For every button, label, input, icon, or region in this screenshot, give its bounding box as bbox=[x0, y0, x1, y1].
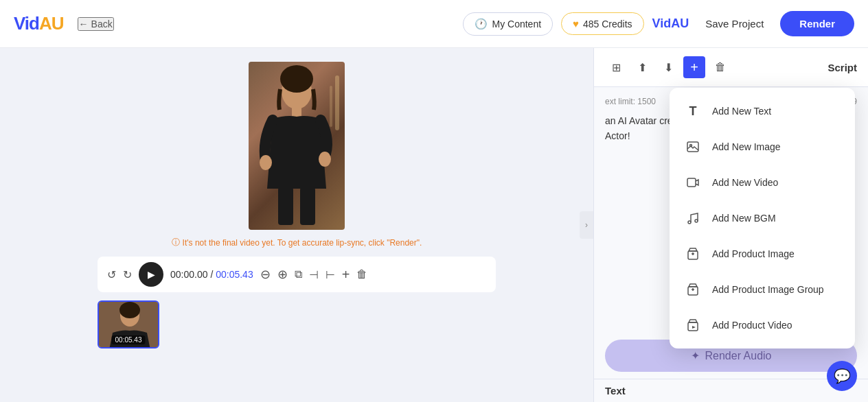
split-right-button[interactable]: ⊢ bbox=[326, 268, 335, 281]
header: VidAU ← Back 🕐 My Content ♥ 485 Credits … bbox=[0, 0, 868, 48]
credits-button[interactable]: ♥ 485 Credits bbox=[561, 12, 644, 35]
add-segment-button[interactable]: + bbox=[342, 267, 350, 283]
video-preview-inner bbox=[249, 62, 345, 230]
timeline-strip: 00:05.43 bbox=[98, 300, 496, 348]
product-video-icon bbox=[683, 316, 703, 335]
zoom-out-button[interactable]: ⊖ bbox=[260, 267, 271, 282]
script-tab-label: Script bbox=[827, 62, 857, 73]
copy-button[interactable]: ⧉ bbox=[295, 268, 302, 281]
undo-button[interactable]: ↺ bbox=[107, 268, 116, 281]
logo: VidAU bbox=[14, 13, 64, 34]
video-preview bbox=[249, 62, 345, 230]
delete-segment-button[interactable]: 🗑 bbox=[356, 268, 367, 281]
dropdown-item-add-video[interactable]: Add New Video bbox=[670, 165, 855, 200]
svg-rect-6 bbox=[300, 187, 315, 225]
text-section-label: Text bbox=[594, 379, 868, 402]
dropdown-item-add-bgm[interactable]: Add New BGM bbox=[670, 200, 855, 236]
svg-point-4 bbox=[319, 152, 331, 167]
clock-icon: 🕐 bbox=[475, 18, 488, 30]
time-display: 00:00.00 / 00:05.43 bbox=[170, 269, 253, 280]
dropdown-item-add-text[interactable]: T Add New Text bbox=[670, 93, 855, 129]
render-audio-icon: ✦ bbox=[691, 349, 700, 362]
timeline-controls: ↺ ↻ ▶ 00:00.00 / 00:05.43 ⊖ ⊕ ⧉ ⊣ ⊢ + 🗑 bbox=[98, 257, 496, 292]
main-area: ⓘ It's not the final video yet. To get a… bbox=[0, 48, 868, 402]
dropdown-item-add-product-video[interactable]: Add Product Video bbox=[670, 307, 855, 343]
svg-point-9 bbox=[119, 302, 140, 318]
thumbnail-time-label: 00:05.43 bbox=[112, 335, 146, 344]
move-up-button[interactable]: ⬆ bbox=[631, 56, 653, 78]
text-limit-label: ext limit: 1500 bbox=[605, 97, 656, 106]
left-panel: ⓘ It's not the final video yet. To get a… bbox=[0, 48, 593, 402]
avatar-figure bbox=[252, 65, 341, 230]
svg-rect-12 bbox=[687, 178, 696, 187]
svg-point-14 bbox=[695, 220, 698, 222]
product-image-group-icon bbox=[683, 280, 703, 299]
video-icon bbox=[683, 173, 703, 192]
heart-icon: ♥ bbox=[573, 18, 579, 29]
dropdown-menu: T Add New Text Add New Image bbox=[670, 88, 855, 348]
chat-bubble[interactable]: 💬 bbox=[827, 361, 857, 391]
redo-button[interactable]: ↻ bbox=[123, 268, 132, 281]
delete-element-button[interactable]: 🗑 bbox=[709, 56, 731, 78]
header-right: 🕐 My Content ♥ 485 Credits VidAU Save Pr… bbox=[463, 11, 854, 36]
move-down-button[interactable]: ⬇ bbox=[657, 56, 679, 78]
wood-decor bbox=[335, 75, 339, 130]
collapse-arrow[interactable]: › bbox=[580, 211, 593, 239]
scene-view-button[interactable]: ⊞ bbox=[605, 56, 627, 78]
add-element-button[interactable]: + bbox=[683, 56, 705, 78]
svg-point-1 bbox=[280, 65, 313, 93]
product-image-icon bbox=[683, 244, 703, 263]
toolbar: ⊞ ⬆ ⬇ + 🗑 Script bbox=[594, 48, 868, 87]
svg-rect-5 bbox=[278, 187, 293, 225]
right-panel: ⊞ ⬆ ⬇ + 🗑 Script ext limit: 1500 Residua… bbox=[593, 48, 868, 402]
warning-bar: ⓘ It's not the final video yet. To get a… bbox=[172, 237, 422, 248]
back-button[interactable]: ← Back bbox=[78, 17, 114, 31]
svg-point-13 bbox=[688, 221, 691, 224]
music-icon bbox=[683, 209, 703, 228]
dropdown-item-add-product-image-group[interactable]: Add Product Image Group bbox=[670, 272, 855, 307]
timeline-thumbnail[interactable]: 00:05.43 bbox=[98, 300, 159, 348]
dropdown-item-add-image[interactable]: Add New Image bbox=[670, 129, 855, 165]
wood-decor2 bbox=[330, 86, 332, 127]
split-left-button[interactable]: ⊣ bbox=[309, 268, 319, 281]
zoom-in-button[interactable]: ⊕ bbox=[277, 267, 288, 282]
my-content-button[interactable]: 🕐 My Content bbox=[463, 12, 553, 36]
render-button[interactable]: Render bbox=[780, 11, 854, 36]
warning-icon: ⓘ bbox=[172, 237, 180, 248]
save-project-button[interactable]: Save Project bbox=[697, 12, 772, 35]
svg-rect-10 bbox=[687, 142, 698, 152]
svg-marker-18 bbox=[692, 326, 696, 329]
image-icon bbox=[683, 137, 703, 156]
play-button[interactable]: ▶ bbox=[139, 262, 163, 287]
vidau-logo-small: VidAU bbox=[652, 16, 689, 31]
text-icon: T bbox=[683, 102, 703, 121]
dropdown-item-add-product-image[interactable]: Add Product Image bbox=[670, 236, 855, 272]
svg-point-3 bbox=[260, 155, 272, 170]
